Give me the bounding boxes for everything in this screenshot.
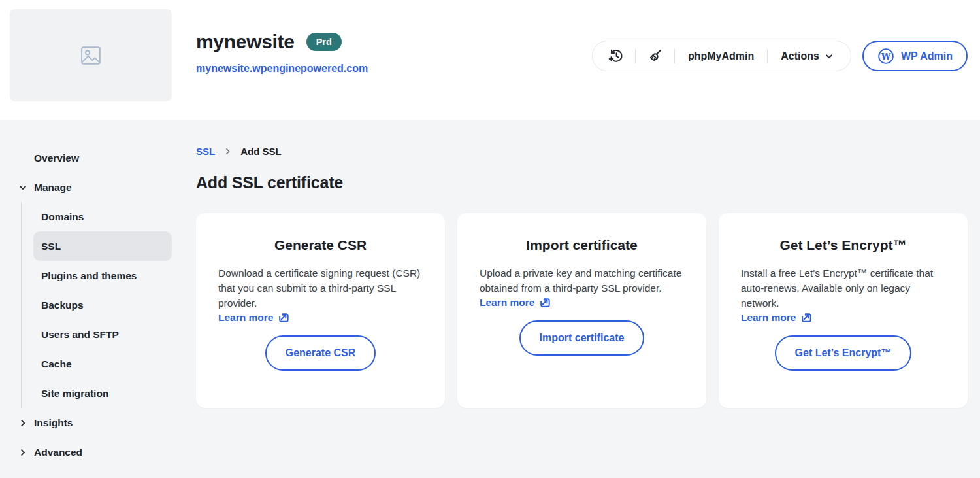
external-link-icon xyxy=(800,311,813,324)
card-title: Import certificate xyxy=(480,237,684,253)
chevron-down-icon xyxy=(825,52,834,61)
sidebar-item-cache[interactable]: Cache xyxy=(22,349,196,379)
card-title: Generate CSR xyxy=(218,237,423,253)
wordpress-icon: W xyxy=(877,48,894,65)
wp-admin-label: WP Admin xyxy=(901,50,953,62)
phpmyadmin-button[interactable]: phpMyAdmin xyxy=(675,50,767,62)
card-description: Download a certificate signing request (… xyxy=(218,265,423,311)
site-header: mynewsite Prd mynewsite.wpenginepowered.… xyxy=(0,0,980,120)
chevron-right-icon xyxy=(18,448,34,457)
breadcrumb-ssl-link[interactable]: SSL xyxy=(196,146,215,157)
image-placeholder-icon xyxy=(78,43,104,69)
ssl-option-cards: Generate CSR Download a certificate sign… xyxy=(196,213,968,408)
sidebar-item-site-migration[interactable]: Site migration xyxy=(22,379,196,408)
sidebar-item-label: Users and SFTP xyxy=(41,329,119,341)
sidebar-item-users-and-sftp[interactable]: Users and SFTP xyxy=(22,320,196,349)
learn-more-label: Learn more xyxy=(741,312,796,324)
learn-more-label: Learn more xyxy=(480,297,534,309)
sidebar-manage-group: Domains SSL Plugins and themes Backups U… xyxy=(21,202,196,408)
learn-more-link[interactable]: Learn more xyxy=(741,311,813,324)
site-toolbar: phpMyAdmin Actions xyxy=(592,41,851,71)
learn-more-link[interactable]: Learn more xyxy=(218,311,290,324)
sidebar-item-label: Domains xyxy=(41,211,84,223)
sidebar-item-backups[interactable]: Backups xyxy=(22,290,196,320)
card-lets-encrypt: Get Let’s Encrypt™ Install a free Let's … xyxy=(719,213,968,408)
backup-restore-button[interactable] xyxy=(596,41,635,71)
clear-cache-button[interactable] xyxy=(636,41,674,71)
site-thumbnail xyxy=(10,9,172,101)
sidebar-item-label: Plugins and themes xyxy=(41,270,137,282)
sidebar-item-overview[interactable]: Overview xyxy=(0,143,196,173)
sidebar-item-label: Cache xyxy=(41,358,72,370)
learn-more-label: Learn more xyxy=(218,312,273,324)
site-name: mynewsite xyxy=(196,31,295,53)
card-import-certificate: Import certificate Upload a private key … xyxy=(457,213,706,408)
sidebar-item-label: Manage xyxy=(34,182,72,194)
actions-label: Actions xyxy=(781,50,819,62)
import-certificate-button[interactable]: Import certificate xyxy=(519,320,645,356)
sidebar-item-label: Insights xyxy=(34,417,73,429)
sidebar-item-ssl[interactable]: SSL xyxy=(33,231,172,261)
card-generate-csr: Generate CSR Download a certificate sign… xyxy=(196,213,445,408)
actions-dropdown[interactable]: Actions xyxy=(768,50,847,62)
sidebar-item-label: Advanced xyxy=(34,447,82,458)
breadcrumb: SSL Add SSL xyxy=(196,146,968,157)
external-link-icon xyxy=(538,296,551,309)
header-actions: phpMyAdmin Actions W WP Admin xyxy=(592,41,968,71)
sidebar-item-label: SSL xyxy=(41,241,61,252)
clear-cache-icon xyxy=(647,48,663,64)
sidebar-item-plugins-and-themes[interactable]: Plugins and themes xyxy=(22,261,196,290)
sidebar-item-label: Backups xyxy=(41,299,84,311)
card-description: Install a free Let's Encrypt™ certificat… xyxy=(741,265,945,311)
get-lets-encrypt-button[interactable]: Get Let’s Encrypt™ xyxy=(775,335,912,371)
chevron-right-icon xyxy=(18,418,34,428)
card-description: Upload a private key and matching certif… xyxy=(480,265,684,296)
main-content: SSL Add SSL Add SSL certificate Generate… xyxy=(196,120,968,408)
chevron-right-icon xyxy=(223,147,232,156)
breadcrumb-current: Add SSL xyxy=(240,146,282,157)
environment-badge: Prd xyxy=(306,33,342,52)
sidebar-item-insights[interactable]: Insights xyxy=(0,408,196,437)
sidebar: Overview Manage Domains SSL Plugins and … xyxy=(0,120,196,467)
sidebar-item-domains[interactable]: Domains xyxy=(22,202,196,231)
sidebar-item-label: Overview xyxy=(34,152,79,164)
site-title-block: mynewsite Prd mynewsite.wpenginepowered.… xyxy=(196,31,368,75)
workspace: Overview Manage Domains SSL Plugins and … xyxy=(0,120,980,478)
sidebar-item-advanced[interactable]: Advanced xyxy=(0,437,196,467)
phpmyadmin-label: phpMyAdmin xyxy=(688,50,754,62)
backup-restore-icon xyxy=(608,48,624,64)
chevron-down-icon xyxy=(18,183,34,192)
sidebar-item-manage[interactable]: Manage xyxy=(0,173,196,202)
site-url-link[interactable]: mynewsite.wpenginepowered.com xyxy=(196,63,368,75)
wp-admin-button[interactable]: W WP Admin xyxy=(862,41,968,71)
card-title: Get Let’s Encrypt™ xyxy=(741,237,945,253)
svg-text:W: W xyxy=(881,51,891,61)
external-link-icon xyxy=(277,311,290,324)
page-title: Add SSL certificate xyxy=(196,173,968,192)
sidebar-item-label: Site migration xyxy=(41,388,108,400)
generate-csr-button[interactable]: Generate CSR xyxy=(265,335,376,371)
learn-more-link[interactable]: Learn more xyxy=(480,296,551,309)
